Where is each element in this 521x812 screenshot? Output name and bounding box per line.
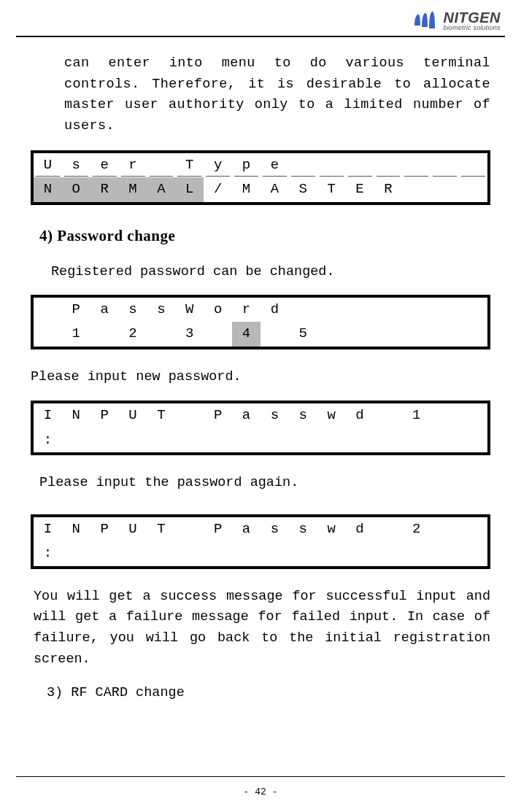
lcd-cell [459,153,487,177]
lcd-cell [90,541,119,565]
lcd-cell [175,403,204,428]
lcd-cell: A [260,177,289,201]
lcd-cell [147,428,176,452]
lcd-cell [175,517,204,541]
lcd-cell [374,517,403,541]
lcd-cell: E [346,177,374,201]
lcd-cell [260,541,289,565]
lcd-cell: R [90,177,119,201]
page-content: can enter into menu to do various termin… [0,37,521,704]
lcd-cell [346,541,374,565]
lcd-cell [289,153,317,177]
please-input-new: Please input new password. [31,367,490,388]
lcd-cell [90,322,119,346]
lcd-cell: e [260,153,289,177]
lcd-cell [62,428,90,452]
lcd-cell [431,153,459,177]
lcd-cell [204,322,232,346]
lcd-cell: O [62,177,90,201]
lcd-cell [431,403,459,428]
lcd-cell: d [346,403,374,428]
lcd-cell [289,541,317,565]
lcd-cell: : [34,428,62,452]
result-paragraph: You will get a success message for succe… [34,587,490,670]
lcd-cell [232,541,260,565]
lcd-cell [34,298,62,322]
lcd-cell [346,298,374,322]
lcd-cell [62,541,90,565]
lcd-cell: T [317,177,346,201]
lcd-cell [204,428,232,452]
lcd-cell: P [90,517,119,541]
lcd-cell [402,153,431,177]
page-number: - 42 - [0,786,521,797]
lcd-cell [374,322,403,346]
lcd-cell [346,428,374,452]
please-input-again: Please input the password again. [39,473,490,494]
lcd-cell [90,428,119,452]
lcd-cell: o [204,298,232,322]
lcd-cell [459,541,487,565]
lcd-cell: a [232,403,260,428]
lcd-cell: I [34,403,62,428]
lcd-cell: 1 [402,403,431,428]
lcd-cell: L [175,177,204,201]
lcd-cell: R [374,177,403,201]
lcd-cell [374,298,403,322]
lcd-cell: d [260,298,289,322]
lcd-cell [147,153,176,177]
lcd-cell [431,298,459,322]
lcd-cell [459,428,487,452]
lcd-cell: : [34,541,62,565]
lcd-cell [459,403,487,428]
lcd-cell: M [119,177,147,201]
lcd-password: PassWord 1 2 3 4 5 [31,295,490,349]
lcd-cell: a [232,517,260,541]
lcd-cell [317,298,346,322]
lcd-cell: N [62,403,90,428]
lcd-cell [260,322,289,346]
lcd-cell: / [204,177,232,201]
lcd-cell: s [289,403,317,428]
lcd-cell: U [119,403,147,428]
lcd-cell: I [34,517,62,541]
lcd-input-1: INPUT Passwd 1 : [31,401,490,455]
lcd-cell: T [147,403,176,428]
lcd-cell [260,428,289,452]
lcd-cell [402,541,431,565]
lcd-cell: P [90,403,119,428]
lcd-cell: 2 [402,517,431,541]
lcd-cell [317,322,346,346]
lcd-cell: w [317,517,346,541]
lcd-cell: r [232,298,260,322]
lcd-cell: T [175,153,204,177]
lcd-cell [346,153,374,177]
lcd-cell: T [147,517,176,541]
lcd-cell [431,517,459,541]
lcd-cell: e [90,153,119,177]
lcd-cell [374,403,403,428]
lcd-cell: s [260,403,289,428]
lcd-cell: w [317,403,346,428]
lcd-cell: P [204,517,232,541]
lcd-cell [459,298,487,322]
section-3-heading: 3) RF CARD change [47,683,490,704]
lcd-cell: r [119,153,147,177]
lcd-cell: y [204,153,232,177]
lcd-cell [147,322,176,346]
lcd-cell [119,428,147,452]
logo: NITGEN biometric solutions [414,10,501,31]
lcd-cell: s [147,298,176,322]
lcd-user-type: User Type NORMAL/MASTER [31,150,490,205]
lcd-cell: U [119,517,147,541]
lcd-cell [119,541,147,565]
bottom-divider [16,776,505,777]
lcd-cell: d [346,517,374,541]
lcd-cell: P [62,298,90,322]
lcd-cell: 2 [119,322,147,346]
lcd-cell: N [62,517,90,541]
lcd-cell [402,322,431,346]
logo-bars-icon [414,11,439,31]
lcd-cell [346,322,374,346]
lcd-cell [431,322,459,346]
